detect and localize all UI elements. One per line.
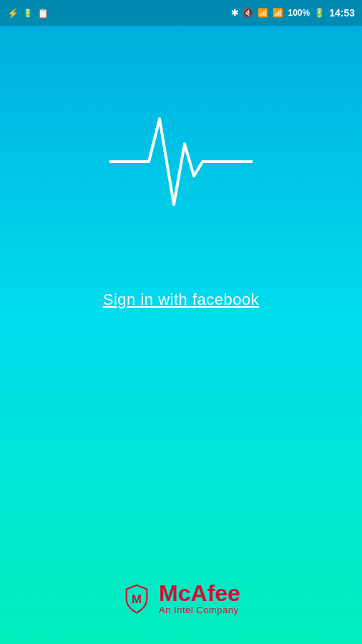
mcafee-shield-icon: M — [122, 584, 152, 614]
time-display: 14:53 — [329, 7, 355, 19]
status-bar-right-icons: ✱ 🔇 📶 📶 100% 🔋 14:53 — [231, 7, 355, 19]
usb-icon: ⚡ — [7, 8, 19, 19]
status-bar-left-icons: ⚡ 🔋 📋 — [7, 8, 49, 19]
mcafee-logo: M McAfee An Intel Company — [122, 582, 240, 615]
signin-facebook-button[interactable]: Sign in with facebook — [89, 283, 273, 316]
svg-text:M: M — [132, 592, 142, 605]
heartbeat-icon — [109, 90, 253, 233]
mute-icon: 🔇 — [243, 8, 253, 18]
footer: M McAfee An Intel Company — [122, 582, 240, 615]
mcafee-subtitle: An Intel Company — [159, 605, 238, 615]
mcafee-name: McAfee — [159, 582, 240, 605]
status-bar: ⚡ 🔋 📋 ✱ 🔇 📶 📶 100% 🔋 14:53 — [0, 0, 362, 26]
main-content: Sign in with facebook — [0, 26, 362, 644]
signal-icon: 📶 — [273, 8, 283, 18]
battery-small-icon: 🔋 — [23, 9, 33, 18]
wifi-icon: 📶 — [258, 8, 268, 18]
mcafee-brand-text: McAfee An Intel Company — [159, 582, 240, 615]
clipboard-icon: 📋 — [37, 8, 49, 19]
battery-full-icon: 🔋 — [314, 8, 325, 18]
bluetooth-icon: ✱ — [231, 8, 238, 18]
battery-percent: 100% — [288, 8, 310, 18]
pulse-logo — [102, 83, 260, 240]
